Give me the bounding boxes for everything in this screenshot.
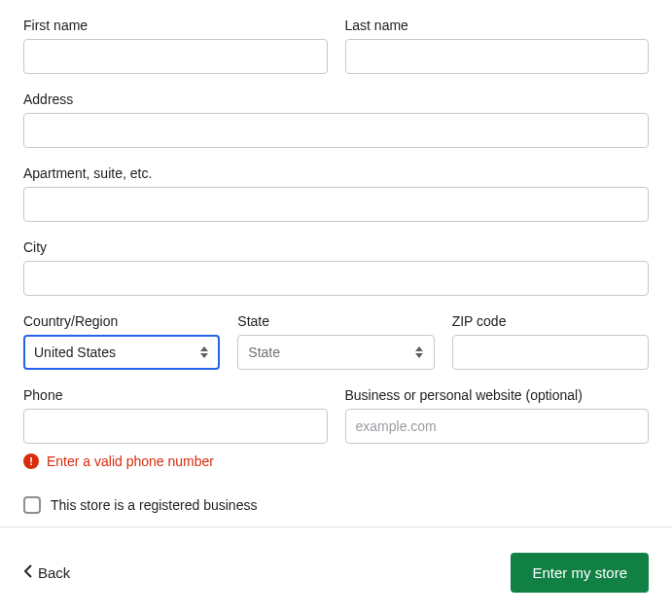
submit-button[interactable]: Enter my store xyxy=(511,553,649,593)
first-name-label: First name xyxy=(23,18,328,33)
country-select[interactable]: United States xyxy=(23,335,220,370)
city-input[interactable] xyxy=(23,261,649,296)
back-button[interactable]: Back xyxy=(23,561,70,585)
zip-input[interactable] xyxy=(452,335,649,370)
country-label: Country/Region xyxy=(23,313,220,329)
website-input[interactable] xyxy=(345,409,650,444)
address-input[interactable] xyxy=(23,113,649,148)
state-label: State xyxy=(237,313,434,329)
phone-input[interactable] xyxy=(23,409,328,444)
registered-business-label: This store is a registered business xyxy=(51,497,257,513)
svg-marker-3 xyxy=(415,353,423,358)
sort-icon xyxy=(197,344,211,361)
phone-label: Phone xyxy=(23,387,328,403)
chevron-left-icon xyxy=(23,564,32,581)
first-name-input[interactable] xyxy=(23,39,328,74)
state-select-value: State xyxy=(248,344,280,360)
footer: Back Enter my store xyxy=(0,526,672,593)
last-name-label: Last name xyxy=(345,18,650,33)
address-label: Address xyxy=(23,91,649,107)
city-label: City xyxy=(23,239,649,255)
registered-business-checkbox[interactable] xyxy=(23,496,41,514)
phone-error-text: Enter a valid phone number xyxy=(47,453,214,469)
state-select[interactable]: State xyxy=(237,335,434,370)
phone-error: ! Enter a valid phone number xyxy=(23,453,328,469)
svg-marker-2 xyxy=(415,346,423,351)
zip-label: ZIP code xyxy=(452,313,649,329)
form-area: First name Last name Address Apartment, … xyxy=(23,18,649,526)
apartment-input[interactable] xyxy=(23,187,649,222)
sort-icon xyxy=(412,344,426,361)
error-icon: ! xyxy=(23,453,39,469)
website-label: Business or personal website (optional) xyxy=(345,387,650,403)
back-button-label: Back xyxy=(38,564,70,581)
apartment-label: Apartment, suite, etc. xyxy=(23,165,649,181)
svg-marker-0 xyxy=(200,346,208,351)
svg-marker-1 xyxy=(200,353,208,358)
last-name-input[interactable] xyxy=(345,39,650,74)
country-select-value: United States xyxy=(34,344,116,360)
